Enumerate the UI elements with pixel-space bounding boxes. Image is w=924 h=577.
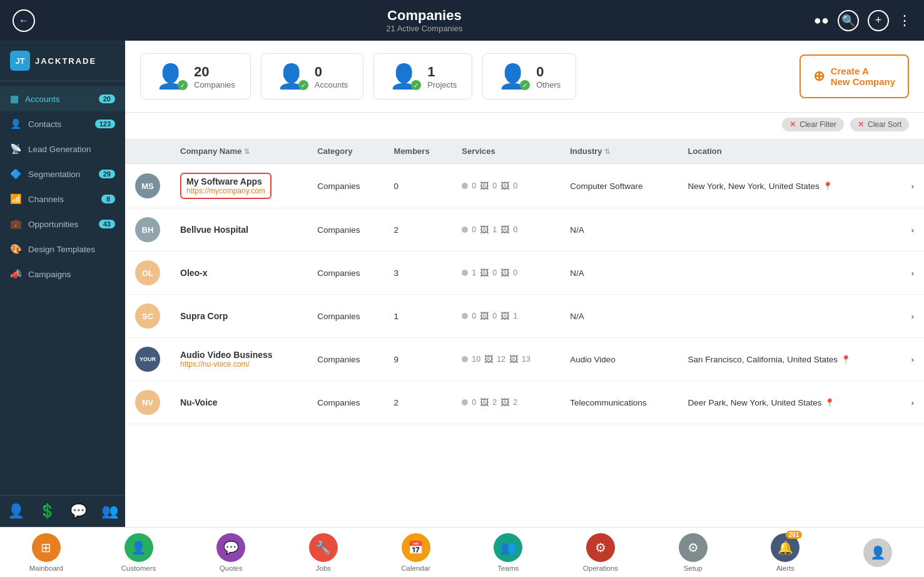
company-name: Audio Video Business — [180, 350, 297, 360]
row-arrow-cell[interactable]: › — [901, 208, 925, 252]
nav-item-mainboard[interactable]: ⊞ Mainboard — [24, 533, 68, 572]
row-arrow-cell[interactable]: › — [901, 164, 925, 208]
clear-sort-x: ✕ — [858, 120, 864, 129]
header-icons: ●● 🔍 + ⋮ — [814, 10, 911, 31]
sidebar-item-channels[interactable]: 📶 Channels 8 — [0, 186, 125, 212]
quotes-icon-wrap: 💬 — [216, 533, 245, 562]
row-name-cell[interactable]: Audio Video Businesshttps://nu-voice.com… — [170, 338, 307, 381]
company-name: Oleo-x — [180, 268, 297, 278]
company-url[interactable]: https://mycompany.com — [186, 186, 265, 195]
stat-card-accounts[interactable]: 👤 ✓ 0 Accounts — [261, 53, 363, 100]
sidebar-item-lead-generation[interactable]: 📡 Lead Generation — [0, 136, 125, 161]
create-new-company-button[interactable]: ⊕ Create ANew Company — [800, 54, 909, 98]
nav-item-setup[interactable]: ⚙ Setup — [671, 533, 715, 572]
location-pin-icon: 📍 — [825, 398, 835, 407]
table-row[interactable]: SCSupra CorpCompanies10🖼0🖼1N/A› — [125, 295, 924, 338]
industry-col-label: Industry — [570, 146, 602, 156]
row-arrow-cell[interactable]: › — [901, 338, 925, 381]
sidebar-item-contacts[interactable]: 👤 Contacts 123 — [0, 111, 125, 136]
row-avatar-cell: NV — [125, 381, 170, 424]
sidebar-item-accounts[interactable]: ▦ Accounts 20 — [0, 86, 125, 111]
svc-dot-1 — [462, 270, 468, 276]
row-industry-cell: Telecommunications — [560, 381, 678, 424]
stat-card-others[interactable]: 👤 ✓ 0 Others — [482, 53, 576, 100]
customers-label: Customers — [121, 564, 156, 572]
company-table-wrap: Company Name ⇅ Category Members Services… — [125, 139, 924, 527]
svc-count-3: 1 — [513, 312, 517, 320]
accounts-badge: 20 — [99, 94, 115, 103]
nav-item-jobs[interactable]: 🔧 Jobs — [302, 533, 345, 572]
table-row[interactable]: YOURAudio Video Businesshttps://nu-voice… — [125, 338, 924, 381]
company-url[interactable]: https://nu-voice.com/ — [180, 360, 297, 369]
lead-generation-icon: 📡 — [10, 143, 22, 155]
table-row[interactable]: NVNu-VoiceCompanies20🖼2🖼2Telecommunicati… — [125, 381, 924, 424]
row-name-cell[interactable]: My Software Appshttps://mycompany.com — [170, 164, 307, 208]
sidebar-user-icon[interactable]: 👤 — [8, 503, 24, 519]
row-arrow-cell[interactable]: › — [901, 252, 925, 295]
row-services-cell: 0🖼0🖼1 — [452, 295, 560, 338]
row-name-cell[interactable]: Bellvue Hospital — [170, 208, 307, 252]
sidebar-item-campaigns[interactable]: 📣 Campaigns — [0, 262, 125, 287]
teams-icon-wrap: 👥 — [494, 533, 522, 562]
stat-card-projects[interactable]: 👤 ✓ 1 Projects — [373, 53, 472, 100]
company-name: Supra Corp — [180, 311, 297, 321]
sidebar-chat-icon[interactable]: 💬 — [70, 503, 87, 519]
row-location-cell: New York, New York, United States📍 — [678, 164, 901, 208]
row-arrow-cell[interactable]: › — [901, 381, 925, 424]
add-button[interactable]: + — [868, 10, 889, 31]
back-button[interactable]: ← — [13, 9, 35, 32]
nav-item-user-avatar[interactable]: 👤 — [856, 538, 900, 567]
stats-row: 👤 ✓ 20 Companies 👤 ✓ 0 Accounts — [125, 41, 924, 113]
more-menu-icon[interactable]: ⋮ — [898, 13, 911, 29]
company-avatar: NV — [135, 390, 160, 415]
row-members-cell: 9 — [384, 338, 452, 381]
others-check-icon: ✓ — [520, 80, 530, 90]
accounts-icon: ▦ — [10, 93, 19, 105]
sidebar-team-icon[interactable]: 👥 — [101, 503, 118, 519]
table-row[interactable]: BHBellvue HospitalCompanies20🖼1🖼0N/A› — [125, 208, 924, 252]
sidebar-item-segmentation[interactable]: 🔷 Segmentation 29 — [0, 161, 125, 186]
create-btn-label: Create ANew Company — [831, 66, 895, 87]
search-button[interactable]: 🔍 — [838, 10, 859, 31]
sidebar-dollar-icon[interactable]: 💲 — [39, 503, 56, 519]
th-company-name[interactable]: Company Name ⇅ — [170, 139, 307, 164]
row-location-cell: Deer Park, New York, United States📍 — [678, 381, 901, 424]
row-name-cell[interactable]: Supra Corp — [170, 295, 307, 338]
sidebar-item-opportunities[interactable]: 💼 Opportunities 43 — [0, 212, 125, 237]
sidebar: JT JACKTRADE ▦ Accounts 20 👤 Contacts 12… — [0, 41, 125, 527]
company-avatar: MS — [135, 173, 160, 198]
projects-label: Projects — [427, 80, 457, 89]
svc-icon-3: 🖼 — [500, 397, 509, 407]
company-name-sort-icon[interactable]: ⇅ — [244, 148, 250, 155]
sidebar-label-channels: Channels — [28, 195, 64, 204]
industry-sort-icon[interactable]: ⇅ — [604, 148, 610, 155]
row-avatar-cell: OL — [125, 252, 170, 295]
sidebar-nav: ▦ Accounts 20 👤 Contacts 123 📡 Lead Gene… — [0, 81, 125, 495]
nav-item-calendar[interactable]: 📅 Calendar — [394, 533, 438, 572]
clear-sort-chip[interactable]: ✕ Clear Sort — [850, 118, 909, 131]
stat-card-companies[interactable]: 👤 ✓ 20 Companies — [140, 53, 251, 100]
search-icon[interactable]: ●● — [814, 13, 829, 28]
nav-item-quotes[interactable]: 💬 Quotes — [209, 533, 253, 572]
table-row[interactable]: OLOleo-xCompanies31🖼0🖼0N/A› — [125, 252, 924, 295]
row-arrow-cell[interactable]: › — [901, 295, 925, 338]
row-name-cell[interactable]: Nu-Voice — [170, 381, 307, 424]
nav-item-teams[interactable]: 👥 Teams — [486, 533, 530, 572]
row-name-cell[interactable]: Oleo-x — [170, 252, 307, 295]
svc-count-3: 0 — [513, 181, 517, 190]
page-title: Companies — [386, 8, 462, 24]
nav-item-operations[interactable]: ⚙ Operations — [579, 533, 622, 572]
company-name-col-label: Company Name — [180, 146, 241, 156]
nav-item-customers[interactable]: 👤 Customers — [117, 533, 161, 572]
row-industry-cell: N/A — [560, 295, 678, 338]
row-members-cell: 2 — [384, 381, 452, 424]
svc-count-1: 10 — [472, 355, 480, 364]
sidebar-item-design-templates[interactable]: 🎨 Design Templates — [0, 237, 125, 262]
company-name: My Software Apps — [186, 176, 265, 186]
clear-filter-chip[interactable]: ✕ Clear Filter — [782, 118, 844, 131]
row-services-cell: 0🖼1🖼0 — [452, 208, 560, 252]
nav-item-alerts[interactable]: 🔔 261 Alerts — [763, 533, 807, 572]
table-row[interactable]: MSMy Software Appshttps://mycompany.comC… — [125, 164, 924, 208]
th-industry[interactable]: Industry ⇅ — [560, 139, 678, 164]
svc-count-3: 0 — [513, 225, 517, 234]
